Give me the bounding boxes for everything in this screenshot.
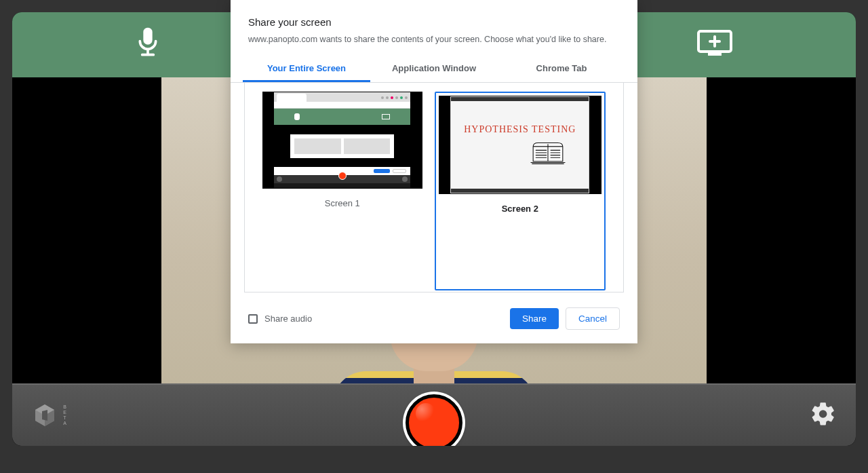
dialog-description: www.panopto.com wants to share the conte… <box>248 35 620 44</box>
screen-2-thumbnail: HYPOTHESIS TESTING <box>439 96 601 194</box>
screen-option-1[interactable]: Screen 1 <box>262 92 422 290</box>
add-screen-icon[interactable] <box>696 29 734 61</box>
screen-options: Screen 1 HYPOTHESIS TESTING <box>244 82 624 292</box>
app-logo: BETA <box>31 402 67 429</box>
screen-option-2[interactable]: HYPOTHESIS TESTING <box>435 92 606 290</box>
dialog-footer: Share audio Share Cancel <box>231 292 637 330</box>
microphone-icon[interactable] <box>134 27 161 62</box>
screen-1-thumbnail <box>262 92 422 189</box>
svg-marker-10 <box>42 410 47 421</box>
svg-rect-0 <box>143 28 152 45</box>
share-button[interactable]: Share <box>510 308 559 329</box>
slide-title-text: HYPOTHESIS TESTING <box>464 124 576 135</box>
stamp-icon <box>529 139 567 166</box>
tab-entire-screen[interactable]: Your Entire Screen <box>243 55 370 82</box>
share-audio-checkbox[interactable]: Share audio <box>248 314 312 324</box>
bottom-controls: BETA <box>12 383 856 446</box>
dialog-title: Share your screen <box>248 16 620 28</box>
screen-1-label: Screen 1 <box>262 198 422 208</box>
tab-chrome-tab[interactable]: Chrome Tab <box>498 55 625 82</box>
svg-rect-6 <box>708 53 722 56</box>
share-screen-dialog: Share your screen www.panopto.com wants … <box>231 0 637 343</box>
app-root: BETA Share your screen www.panopto.com w… <box>0 0 868 473</box>
tab-application-window[interactable]: Application Window <box>370 55 498 82</box>
beta-badge: BETA <box>62 404 67 426</box>
checkbox-icon <box>248 314 258 324</box>
dialog-tabs: Your Entire Screen Application Window Ch… <box>231 55 637 83</box>
share-audio-label: Share audio <box>264 314 312 324</box>
gear-icon[interactable] <box>810 400 837 430</box>
record-button[interactable] <box>406 394 462 446</box>
cancel-button[interactable]: Cancel <box>566 307 620 330</box>
screen-2-label: Screen 2 <box>439 204 601 227</box>
